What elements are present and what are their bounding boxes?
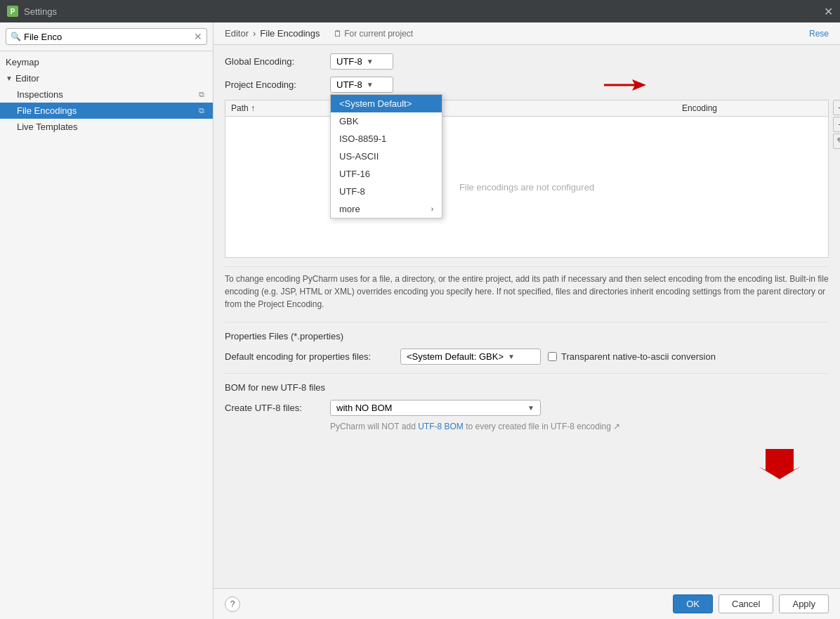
search-input[interactable] (24, 32, 191, 42)
svg-marker-2 (759, 449, 801, 479)
dropdown-item-utf-8[interactable]: UTF-8 (331, 183, 442, 200)
properties-row: Default encoding for properties files: <… (225, 348, 829, 365)
bom-hint-link[interactable]: UTF-8 BOM (418, 422, 464, 431)
bom-value: with NO BOM (336, 403, 392, 413)
properties-label: Default encoding for properties files: (225, 351, 393, 362)
table-remove-button[interactable]: − (833, 117, 840, 132)
sidebar-item-file-encodings[interactable]: File Encodings ⧉ (0, 103, 213, 119)
more-arrow-icon: › (431, 205, 433, 213)
search-input-wrap: 🔍 ✕ (6, 28, 207, 45)
editor-arrow: ▼ (6, 74, 13, 82)
sidebar-tree: Keymap ▼ Editor Inspections ⧉ File Encod… (0, 51, 213, 619)
table-edit-button[interactable]: ✎ (833, 133, 840, 149)
table-add-button[interactable]: + (833, 100, 840, 115)
ok-button[interactable]: OK (673, 594, 713, 613)
sidebar-item-inspections[interactable]: Inspections ⧉ (0, 86, 213, 103)
section-divider-2 (225, 373, 829, 374)
bom-row: Create UTF-8 files: with NO BOM ▼ (225, 400, 829, 416)
breadcrumb-parent: Editor (225, 28, 249, 39)
breadcrumb: Editor › File Encodings 🗒 For current pr… (225, 28, 413, 39)
app-icon: P (7, 6, 18, 17)
global-encoding-row: Global Encoding: UTF-8 ▼ (225, 53, 829, 70)
sidebar-item-editor[interactable]: ▼ Editor (0, 70, 213, 86)
dropdown-item-system-default[interactable]: <System Default> (331, 95, 442, 112)
section-divider-1 (225, 322, 829, 322)
inspections-label: Inspections (17, 89, 63, 100)
close-button[interactable]: ✕ (824, 5, 833, 18)
properties-encoding-value: <System Default: GBK> (407, 351, 504, 362)
footer: ? OK Cancel Apply (214, 588, 840, 619)
sidebar-item-keymap[interactable]: Keymap (0, 54, 213, 70)
settings-dialog: 🔍 ✕ Keymap ▼ Editor Inspections ⧉ File (0, 22, 840, 619)
project-encoding-value: UTF-8 (336, 79, 362, 90)
footer-left: ? (225, 597, 240, 612)
bom-dropdown[interactable]: with NO BOM ▼ (330, 400, 541, 416)
main-content-wrapper: Editor › File Encodings 🗒 For current pr… (214, 22, 840, 619)
transparent-conversion-checkbox-wrap: Transparent native-to-ascii conversion (548, 351, 716, 362)
title-bar: P Settings ✕ (0, 0, 840, 22)
title-bar-title: Settings (24, 6, 818, 17)
table-action-buttons: + − ✎ (833, 100, 840, 149)
dropdown-item-utf-16[interactable]: UTF-16 (331, 165, 442, 183)
help-button[interactable]: ? (225, 597, 240, 612)
apply-button[interactable]: Apply (779, 594, 829, 613)
cancel-button[interactable]: Cancel (718, 594, 773, 613)
search-clear-button[interactable]: ✕ (194, 31, 202, 42)
dropdown-item-us-ascii[interactable]: US-ASCII (331, 148, 442, 165)
content-body: Global Encoding: UTF-8 ▼ Project Encodin… (214, 45, 840, 588)
sidebar: 🔍 ✕ Keymap ▼ Editor Inspections ⧉ File (0, 22, 214, 619)
empty-table-message: File encodings are not configured (459, 182, 594, 193)
dropdown-item-iso-8859-1[interactable]: ISO-8859-1 (331, 130, 442, 148)
apply-arrow-annotation (225, 445, 829, 481)
footer-right: OK Cancel Apply (673, 594, 829, 613)
bom-label: Create UTF-8 files: (225, 403, 323, 413)
dropdown-item-more[interactable]: more › (331, 200, 442, 218)
bom-section-title: BOM for new UTF-8 files (225, 382, 829, 393)
red-arrow-annotation (604, 78, 646, 94)
breadcrumb-current: File Encodings (260, 28, 320, 39)
editor-label: Editor (15, 73, 39, 84)
encoding-dropdown-popup: <System Default> GBK ISO-8859-1 US-ASCII… (330, 94, 442, 219)
project-encoding-dropdown[interactable]: UTF-8 ▼ (330, 77, 393, 93)
properties-encoding-dropdown[interactable]: <System Default: GBK> ▼ (400, 348, 541, 365)
global-encoding-value: UTF-8 (336, 56, 362, 67)
properties-section-title: Properties Files (*.properties) (225, 331, 829, 341)
dropdown-item-gbk[interactable]: GBK (331, 112, 442, 130)
bom-hint: PyCharm will NOT add UTF-8 BOM to every … (330, 422, 829, 431)
path-table-header: Path ↑ Encoding (225, 100, 828, 117)
path-table-section: Path ↑ Encoding File encodings are not c… (225, 100, 829, 258)
global-encoding-dropdown[interactable]: UTF-8 ▼ (330, 53, 393, 70)
encoding-column-header: Encoding (682, 103, 822, 113)
file-encodings-copy-icon: ⧉ (199, 106, 204, 115)
path-table-body: File encodings are not configured (225, 117, 828, 257)
for-current-project: 🗒 For current project (334, 29, 413, 39)
path-table: Path ↑ Encoding File encodings are not c… (225, 100, 829, 258)
reset-link[interactable]: Rese (809, 29, 829, 39)
breadcrumb-separator: › (253, 28, 256, 39)
path-column-header: Path ↑ (231, 103, 682, 113)
file-encodings-label: File Encodings (17, 105, 77, 116)
bom-dropdown-arrow: ▼ (527, 404, 534, 412)
content-header: Editor › File Encodings 🗒 For current pr… (214, 22, 840, 45)
live-templates-label: Live Templates (17, 122, 77, 132)
keymap-label: Keymap (6, 57, 39, 67)
search-box: 🔍 ✕ (0, 22, 213, 51)
transparent-conversion-checkbox[interactable] (548, 352, 557, 361)
global-encoding-label: Global Encoding: (225, 56, 323, 67)
properties-dropdown-arrow: ▼ (508, 353, 515, 360)
global-encoding-arrow: ▼ (367, 58, 374, 65)
svg-marker-0 (632, 79, 646, 91)
hint-text: To change encoding PyCharm uses for a fi… (225, 266, 829, 311)
project-encoding-label: Project Encoding: (225, 79, 323, 90)
project-encoding-arrow: ▼ (367, 81, 374, 89)
sidebar-item-live-templates[interactable]: Live Templates (0, 119, 213, 135)
inspections-copy-icon: ⧉ (199, 90, 204, 99)
transparent-conversion-label: Transparent native-to-ascii conversion (561, 351, 716, 362)
project-encoding-row: Project Encoding: UTF-8 ▼ (225, 77, 829, 93)
search-icon: 🔍 (11, 32, 21, 41)
